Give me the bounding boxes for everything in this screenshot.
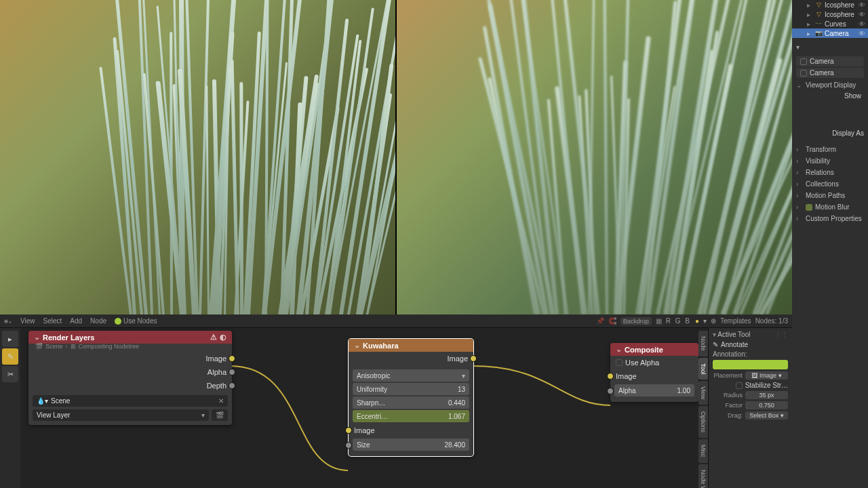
properties-panel: ▾ Camera Camera ⌄Viewport Display Show D…	[792, 38, 868, 488]
tab-node-wrangler[interactable]: Node Wrang	[698, 464, 708, 488]
panel-header[interactable]: Active Tool	[717, 331, 750, 338]
pivot-icon[interactable]: ⊕	[711, 317, 716, 325]
viewport-right[interactable]	[397, 0, 792, 314]
mesh-icon: ▽	[815, 11, 822, 18]
nodes-count: Nodes: 1/3	[755, 317, 788, 325]
scene-icon: 🎬	[35, 343, 43, 350]
output-image: Image	[28, 352, 232, 365]
eye-icon[interactable]: 👁	[859, 30, 865, 37]
section-motion-paths[interactable]: ›Motion Paths	[796, 190, 864, 201]
placement-label: Placement	[713, 372, 743, 379]
pin-icon[interactable]: 📌	[596, 317, 604, 325]
node-composite[interactable]: ⌄ Composite Use Alpha Image Alpha1.00	[610, 343, 698, 402]
factor-field[interactable]: 0.750	[745, 401, 788, 409]
annotation-label: Annotation:	[713, 350, 788, 358]
backdrop-toggle[interactable]: Backdrop	[620, 317, 652, 325]
mesh-icon: ▽	[815, 1, 822, 8]
section-custom-properties[interactable]: ›Custom Properties	[796, 213, 864, 224]
factor-label: Factor	[713, 402, 743, 409]
use-nodes-checkbox[interactable]: Use Nodes	[115, 317, 157, 325]
eye-icon[interactable]: 👁	[859, 1, 865, 9]
use-alpha[interactable]: Use Alpha	[610, 356, 698, 369]
outliner-item[interactable]: ▸▽Icosphere👁	[792, 0, 868, 9]
node-editor-toolbar: ▸ ✎ ✂	[0, 328, 20, 488]
kuwahara-size[interactable]: Size28.400	[353, 439, 469, 451]
node-render-layers[interactable]: ⌄ Render Layers ⚠ ◐ 🎬 Scene › ⊞ Composit…	[28, 331, 232, 425]
menu-view[interactable]: View	[20, 317, 35, 325]
show-label: Show	[844, 92, 861, 100]
templates-button[interactable]: Templates	[720, 317, 751, 325]
node-header[interactable]: ⌄ Composite	[610, 343, 698, 356]
section-transform[interactable]: ›Transform	[796, 144, 864, 155]
cursor-icon: ▸	[8, 335, 12, 344]
camera-datablock-1[interactable]: Camera	[796, 56, 864, 66]
backdrop-box-icon[interactable]: ▦	[656, 317, 662, 325]
viewport-split	[0, 0, 792, 314]
render-button[interactable]: 🎬	[212, 409, 228, 421]
props-type-icon[interactable]: ▾	[796, 43, 800, 51]
scene-selector[interactable]: 💧▾ Scene ✕	[33, 395, 228, 407]
view-layer-selector[interactable]: View Layer ▾	[33, 409, 209, 421]
tab-node[interactable]: Node	[698, 331, 708, 357]
warning-icon[interactable]: ⚠	[210, 333, 217, 342]
tool-select[interactable]: ▸	[2, 331, 18, 347]
tab-misc[interactable]: Misc	[698, 439, 708, 463]
snap-icon[interactable]: 🧲	[608, 317, 616, 325]
section-viewport-display[interactable]: ⌄Viewport Display	[796, 79, 864, 91]
input-image: Image	[349, 424, 473, 437]
nodetree-icon: ⊞	[71, 343, 76, 350]
pencil-icon: ✎	[7, 352, 14, 361]
tool-links-cut[interactable]: ✂	[2, 366, 18, 382]
radius-label: Radius	[713, 392, 743, 399]
kuwahara-type[interactable]: Anisotropic	[353, 369, 469, 382]
composite-alpha[interactable]: Alpha1.00	[614, 384, 694, 396]
section-visibility[interactable]: ›Visibility	[796, 155, 864, 167]
chevron-down-icon: ⌄	[34, 333, 40, 342]
outliner-item[interactable]: ▸᠁Curves👁	[792, 19, 868, 28]
rgba-channels[interactable]: R G B	[666, 317, 691, 325]
menu-select[interactable]: Select	[43, 317, 62, 325]
motion-blur-checkbox[interactable]	[806, 204, 812, 211]
stabilize-label: Stabilize Str…	[745, 382, 788, 389]
radius-field[interactable]: 35 px	[745, 391, 788, 399]
node-kuwahara[interactable]: ⌄ Kuwahara Image Anisotropic Uniformity1…	[349, 339, 473, 456]
section-motion-blur[interactable]: ›Motion Blur	[796, 201, 864, 213]
placement-dropdown[interactable]: 🖼 Image ▾	[745, 371, 788, 380]
chevron-down-icon: ⌄	[616, 345, 622, 354]
eye-icon[interactable]: 👁	[859, 11, 865, 18]
eye-icon[interactable]: 👁	[859, 20, 865, 28]
camera-datablock-2[interactable]: Camera	[796, 68, 864, 78]
stabilize-checkbox[interactable]	[736, 382, 743, 389]
viewport-left[interactable]	[0, 0, 395, 314]
compositor-icon[interactable]: ⎈▾	[4, 317, 12, 325]
drag-dropdown[interactable]: Select Box ▾	[745, 411, 788, 420]
sphere-icon[interactable]: ●	[695, 317, 699, 325]
node-header[interactable]: ⌄ Render Layers ⚠ ◐	[28, 331, 232, 344]
kuwahara-uniformity[interactable]: Uniformity13	[353, 383, 469, 395]
kuwahara-eccentricity[interactable]: Eccentri…1.067	[353, 410, 469, 422]
drag-label: Drag:	[713, 412, 743, 419]
node-canvas[interactable]: ⌄ Render Layers ⚠ ◐ 🎬 Scene › ⊞ Composit…	[20, 328, 792, 488]
tab-tool[interactable]: Tool	[698, 358, 708, 380]
clear-icon[interactable]: ✕	[218, 397, 224, 405]
sidepanel-tabs: Node Tool View Options Misc Node Wrang	[698, 331, 708, 488]
output-image: Image	[349, 352, 473, 365]
menu-add[interactable]: Add	[70, 317, 82, 325]
outliner[interactable]: ▸▽Icosphere👁 ▸▽Icosphere👁 ▸᠁Curves👁 ▸📷Ca…	[792, 0, 868, 38]
menu-node[interactable]: Node	[90, 317, 106, 325]
input-image: Image	[610, 369, 698, 383]
section-collections[interactable]: ›Collections	[796, 178, 864, 190]
tool-annotate[interactable]: ✎	[2, 348, 18, 365]
tab-view[interactable]: View	[698, 381, 708, 405]
image-icon: 🖼	[751, 372, 757, 379]
pencil-icon: ✎	[713, 341, 718, 348]
section-relations[interactable]: ›Relations	[796, 167, 864, 178]
preview-icon[interactable]: ◐	[220, 333, 226, 342]
annotation-color[interactable]	[713, 360, 788, 369]
node-header[interactable]: ⌄ Kuwahara	[349, 339, 473, 352]
menu-icon[interactable]: ⋮⋮	[774, 331, 788, 338]
tab-options[interactable]: Options	[698, 406, 708, 438]
outliner-item[interactable]: ▸▽Icosphere👁	[792, 9, 868, 19]
kuwahara-sharpness[interactable]: Sharpn…0.440	[353, 396, 469, 409]
outliner-item-selected[interactable]: ▸📷Camera👁	[792, 28, 868, 38]
